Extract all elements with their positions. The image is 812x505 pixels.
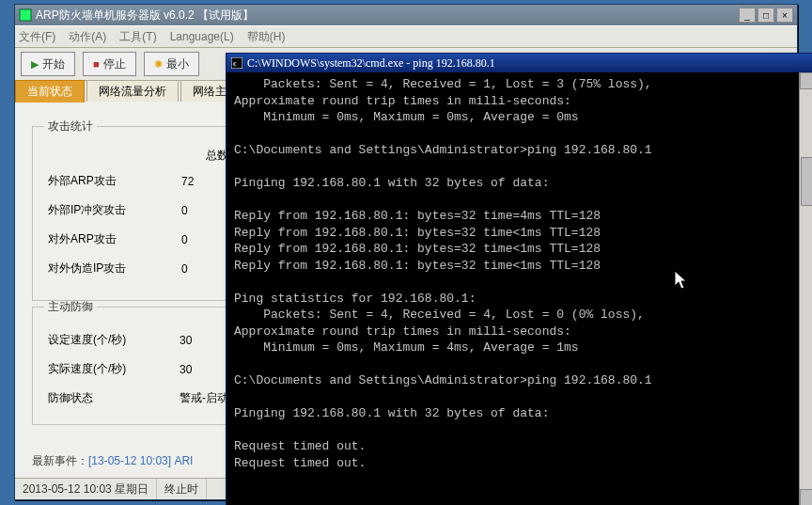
- tab-traffic-analysis[interactable]: 网络流量分析: [86, 80, 179, 103]
- table-row: 防御状态警戒-启动: [46, 385, 230, 412]
- svg-text:c: c: [233, 59, 237, 68]
- latest-event-text: [13-05-12 10:03] ARI: [88, 454, 193, 467]
- menu-file[interactable]: 文件(F): [19, 29, 55, 45]
- app-icon: [19, 8, 32, 22]
- menubar: 文件(F) 动作(A) 工具(T) Language(L) 帮助(H): [15, 25, 797, 48]
- minimize-tray-button[interactable]: ✺ 最小: [144, 52, 199, 76]
- attack-stats-legend: 攻击统计: [44, 118, 97, 134]
- table-row: 设定速度(个/秒)30: [46, 326, 230, 354]
- defense-table: 设定速度(个/秒)30 实际速度(个/秒)30 防御状态警戒-启动: [44, 324, 232, 414]
- start-label: 开始: [42, 56, 65, 72]
- cmd-titlebar[interactable]: c C:\WINDOWS\system32\cmd.exe - ping 192…: [226, 54, 812, 72]
- close-button[interactable]: ×: [776, 8, 793, 23]
- table-row: 对外ARP攻击0: [46, 226, 230, 253]
- table-row: 外部ARP攻击72: [46, 167, 230, 195]
- menu-action[interactable]: 动作(A): [69, 29, 106, 45]
- table-row: 外部IP冲突攻击0: [46, 197, 230, 224]
- menu-tools[interactable]: 工具(T): [119, 29, 156, 45]
- start-button[interactable]: ▶ 开始: [21, 52, 75, 76]
- titlebar[interactable]: ARP防火墙单机服务器版 v6.0.2 【试用版】 _ □ ×: [15, 5, 797, 25]
- cmd-title: C:\WINDOWS\system32\cmd.exe - ping 192.1…: [247, 56, 495, 71]
- svg-rect-0: [20, 9, 31, 21]
- status-time: 2013-05-12 10:03 星期日: [15, 479, 157, 499]
- minimize-button[interactable]: _: [739, 8, 756, 23]
- active-defense-legend: 主动防御: [44, 299, 97, 315]
- scroll-down-button[interactable]: ▼: [800, 489, 812, 505]
- cmd-scrollbar[interactable]: ▲ ▼: [799, 72, 812, 505]
- sun-icon: ✺: [154, 58, 163, 71]
- table-row: 对外伪造IP攻击0: [46, 255, 230, 282]
- scroll-thumb[interactable]: [801, 157, 812, 206]
- attack-stats-table: 总数 外部ARP攻击72 外部IP冲突攻击0 对外ARP攻击0 对外伪造IP攻击…: [44, 144, 232, 284]
- window-title: ARP防火墙单机服务器版 v6.0.2 【试用版】: [36, 8, 739, 24]
- menu-help[interactable]: 帮助(H): [247, 29, 286, 45]
- stop-label: 停止: [103, 56, 126, 72]
- menu-language[interactable]: Language(L): [170, 30, 234, 43]
- latest-event-prefix: 最新事件：: [32, 454, 88, 467]
- stop-icon: ■: [93, 58, 100, 70]
- play-icon: ▶: [31, 58, 39, 71]
- latest-event: 最新事件：[13-05-12 10:03] ARI: [32, 453, 193, 469]
- attack-stats-panel: 攻击统计 总数 外部ARP攻击72 外部IP冲突攻击0 对外ARP攻击0 对外伪…: [32, 118, 244, 301]
- cmd-window: c C:\WINDOWS\system32\cmd.exe - ping 192…: [226, 53, 812, 505]
- cmd-output[interactable]: Packets: Sent = 4, Received = 1, Lost = …: [228, 72, 800, 504]
- cmd-icon: c: [230, 56, 243, 70]
- maximize-button[interactable]: □: [757, 8, 774, 23]
- min-label: 最小: [166, 56, 189, 72]
- stop-button[interactable]: ■ 停止: [83, 52, 136, 76]
- scroll-up-button[interactable]: ▲: [800, 72, 812, 89]
- table-row: 实际速度(个/秒)30: [46, 355, 230, 383]
- tab-current-status[interactable]: 当前状态: [15, 80, 85, 103]
- total-header: 总数: [180, 146, 230, 166]
- status-end: 终止时: [157, 479, 207, 499]
- active-defense-panel: 主动防御 设定速度(个/秒)30 实际速度(个/秒)30 防御状态警戒-启动: [32, 299, 244, 425]
